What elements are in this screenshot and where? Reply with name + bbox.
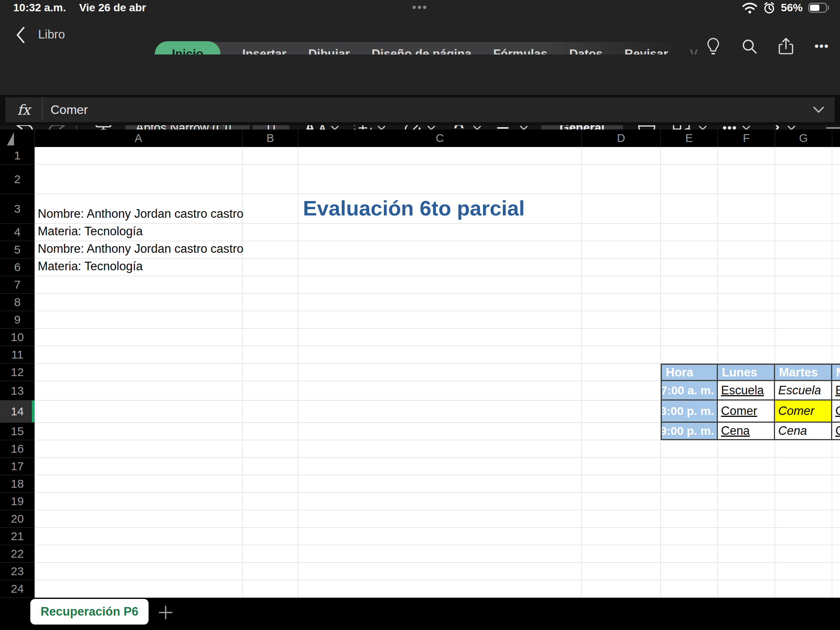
cell-D4[interactable] bbox=[582, 224, 661, 241]
cell-A18[interactable] bbox=[35, 475, 243, 493]
cell-C11[interactable] bbox=[298, 346, 582, 364]
cell-F1[interactable] bbox=[718, 147, 775, 164]
expand-formula-bar-icon[interactable] bbox=[813, 106, 824, 113]
cell-C18[interactable] bbox=[298, 475, 582, 493]
cell-C19[interactable] bbox=[298, 493, 582, 510]
cell-D3[interactable] bbox=[582, 194, 661, 224]
cell-H4[interactable] bbox=[832, 224, 840, 241]
cell-C17[interactable] bbox=[298, 458, 582, 475]
cell-C10[interactable] bbox=[298, 329, 582, 346]
search-icon[interactable] bbox=[741, 38, 758, 54]
row-header-14[interactable]: 14 bbox=[0, 401, 35, 423]
cell-A17[interactable] bbox=[35, 458, 243, 475]
cell-E15[interactable]: 9:00 p. m. bbox=[661, 423, 718, 440]
cell-D5[interactable] bbox=[582, 241, 661, 259]
cell-H5[interactable] bbox=[832, 241, 840, 259]
cell-E9[interactable] bbox=[661, 311, 718, 329]
cell-H19[interactable] bbox=[832, 493, 840, 510]
cell-F19[interactable] bbox=[718, 493, 775, 510]
cell-E20[interactable] bbox=[661, 510, 718, 528]
cell-H20[interactable] bbox=[832, 510, 840, 528]
row-header-4[interactable]: 4 bbox=[0, 224, 35, 241]
cell-A23[interactable] bbox=[35, 563, 243, 580]
column-header-E[interactable]: E bbox=[661, 130, 718, 147]
cell-A4[interactable]: Materia: Tecnología bbox=[35, 224, 243, 241]
cell-C7[interactable] bbox=[298, 276, 582, 294]
row-header-17[interactable]: 17 bbox=[0, 458, 35, 475]
back-icon[interactable] bbox=[16, 26, 26, 44]
cell-B6[interactable] bbox=[243, 259, 298, 276]
cell-E1[interactable] bbox=[661, 147, 718, 164]
cell-G7[interactable] bbox=[775, 276, 832, 294]
column-header-B[interactable]: B bbox=[243, 130, 298, 147]
cell-B1[interactable] bbox=[243, 147, 298, 164]
row-header-20[interactable]: 20 bbox=[0, 510, 35, 528]
cell-E5[interactable] bbox=[661, 241, 718, 259]
cell-G14[interactable]: Comer bbox=[775, 401, 832, 423]
cell-E8[interactable] bbox=[661, 294, 718, 311]
cell-D8[interactable] bbox=[582, 294, 661, 311]
cell-D7[interactable] bbox=[582, 276, 661, 294]
tell-me-lightbulb-icon[interactable] bbox=[705, 37, 721, 55]
cell-C5[interactable] bbox=[298, 241, 582, 259]
cell-D12[interactable] bbox=[582, 364, 661, 381]
formula-bar[interactable]: fx Comer bbox=[5, 97, 835, 122]
formula-value[interactable]: Comer bbox=[43, 103, 88, 117]
cell-D16[interactable] bbox=[582, 440, 661, 458]
cell-G8[interactable] bbox=[775, 294, 832, 311]
cell-B15[interactable] bbox=[243, 423, 298, 440]
cell-A22[interactable] bbox=[35, 545, 243, 563]
row-header-23[interactable]: 23 bbox=[0, 563, 35, 580]
cell-C8[interactable] bbox=[298, 294, 582, 311]
cell-G17[interactable] bbox=[775, 458, 832, 475]
cell-G9[interactable] bbox=[775, 311, 832, 329]
cell-C13[interactable] bbox=[298, 381, 582, 401]
cell-F20[interactable] bbox=[718, 510, 775, 528]
row-header-24[interactable]: 24 bbox=[0, 580, 35, 598]
cell-A19[interactable] bbox=[35, 493, 243, 510]
cell-F13[interactable]: Escuela bbox=[718, 381, 775, 401]
cell-C20[interactable] bbox=[298, 510, 582, 528]
row-header-13[interactable]: 13 bbox=[0, 381, 35, 401]
cell-E23[interactable] bbox=[661, 563, 718, 580]
cell-A16[interactable] bbox=[35, 440, 243, 458]
cell-B19[interactable] bbox=[243, 493, 298, 510]
cell-D9[interactable] bbox=[582, 311, 661, 329]
cell-H13[interactable]: E bbox=[832, 381, 840, 401]
cell-H23[interactable] bbox=[832, 563, 840, 580]
cell-A20[interactable] bbox=[35, 510, 243, 528]
cell-E22[interactable] bbox=[661, 545, 718, 563]
cell-F16[interactable] bbox=[718, 440, 775, 458]
cell-A7[interactable] bbox=[35, 276, 243, 294]
cell-H1[interactable] bbox=[832, 147, 840, 164]
share-icon[interactable] bbox=[778, 37, 794, 55]
cell-F3[interactable] bbox=[718, 194, 775, 224]
row-header-18[interactable]: 18 bbox=[0, 475, 35, 493]
cell-H9[interactable] bbox=[832, 311, 840, 329]
cell-C2[interactable] bbox=[298, 164, 582, 194]
cell-G2[interactable] bbox=[775, 164, 832, 194]
row-header-12[interactable]: 12 bbox=[0, 364, 35, 381]
cell-G23[interactable] bbox=[775, 563, 832, 580]
cell-H10[interactable] bbox=[832, 329, 840, 346]
column-header-D[interactable]: D bbox=[582, 130, 661, 147]
cell-A24[interactable] bbox=[35, 580, 243, 598]
cell-E17[interactable] bbox=[661, 458, 718, 475]
cell-G11[interactable] bbox=[775, 346, 832, 364]
more-ribbon-options-icon[interactable]: ••• bbox=[814, 40, 829, 53]
cell-G13[interactable]: Escuela bbox=[775, 381, 832, 401]
cell-E14[interactable]: 3:00 p. m. bbox=[661, 401, 718, 423]
cell-E24[interactable] bbox=[661, 580, 718, 598]
multitask-dots-icon[interactable]: ••• bbox=[412, 1, 428, 14]
cell-H18[interactable] bbox=[832, 475, 840, 493]
cell-B24[interactable] bbox=[243, 580, 298, 598]
row-header-7[interactable]: 7 bbox=[0, 276, 35, 294]
row-header-19[interactable]: 19 bbox=[0, 493, 35, 510]
cell-C16[interactable] bbox=[298, 440, 582, 458]
cell-D20[interactable] bbox=[582, 510, 661, 528]
cell-B21[interactable] bbox=[243, 528, 298, 545]
cell-E10[interactable] bbox=[661, 329, 718, 346]
cell-B16[interactable] bbox=[243, 440, 298, 458]
cell-H14[interactable]: C bbox=[832, 401, 840, 423]
cell-B8[interactable] bbox=[243, 294, 298, 311]
